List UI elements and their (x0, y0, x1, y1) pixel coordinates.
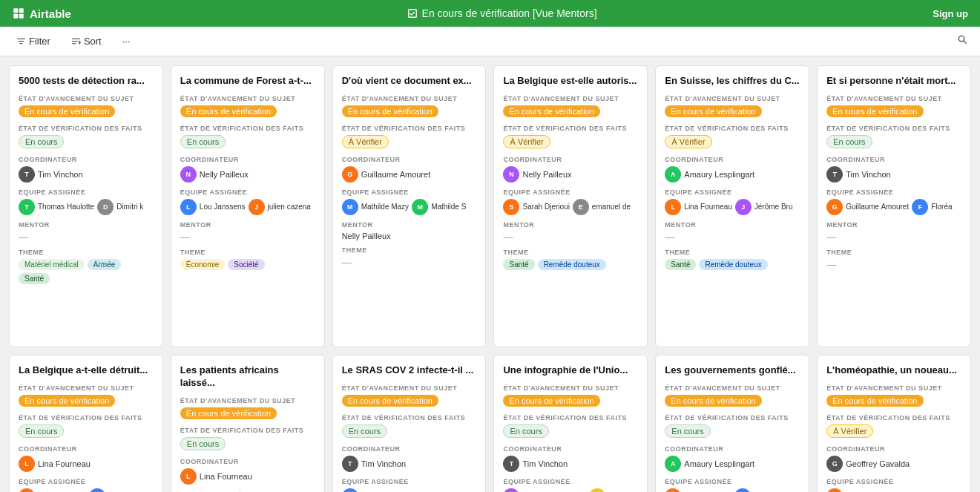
card-6[interactable]: La Belgique a-t-elle détruit... ÉTAT D'A… (9, 355, 163, 492)
etat-avancement-badge: En cours de vérification (665, 105, 761, 117)
coordinateur-avatar: T (19, 166, 35, 183)
coordinateur-label: COORDINATEUR (19, 445, 154, 453)
more-options-button[interactable]: ··· (118, 33, 135, 50)
sort-button[interactable]: Sort (67, 33, 106, 50)
etat-verification-badge: En cours (19, 135, 64, 148)
header: Airtable En cours de vérification [Vue M… (0, 0, 980, 27)
etat-avancement-label: ÉTAT D'AVANCEMENT DU SUJET (665, 384, 800, 392)
equipe-label: EQUIPE ASSIGNÉE (826, 478, 961, 485)
etat-avancement-badge: En cours de vérification (826, 395, 923, 407)
equipe-label: EQUIPE ASSIGNÉE (665, 188, 800, 196)
etat-avancement-label: ÉTAT D'AVANCEMENT DU SUJET (180, 397, 315, 404)
etat-verification-badge: À Vérifier (826, 424, 873, 438)
card-5[interactable]: Et si personne n'était mort... ÉTAT D'AV… (817, 65, 971, 347)
avatar: S (665, 488, 681, 492)
avatar: E (503, 488, 519, 492)
etat-verification-label: ÉTAT DE VÉRIFICATION DES FAITS (503, 414, 638, 422)
card-0[interactable]: 5000 tests de détection ra... ÉTAT D'AVA… (9, 65, 163, 347)
header-left: Airtable (12, 7, 71, 20)
etat-avancement-label: ÉTAT D'AVANCEMENT DU SUJET (665, 95, 800, 102)
svg-rect-0 (13, 8, 18, 13)
equipe-label: EQUIPE ASSIGNÉE (342, 188, 477, 196)
avatar: F (912, 199, 928, 215)
etat-verification-badge: En cours (342, 424, 387, 438)
theme-label: THEME (180, 249, 315, 256)
etat-verification-label: ÉTAT DE VÉRIFICATION DES FAITS (826, 125, 961, 132)
theme-label: THEME (342, 246, 477, 254)
team-member-name: Thomas Haulotte (38, 203, 94, 211)
coordinateur-name: Nelly Pailleux (522, 170, 571, 179)
mentor-label: MENTOR (19, 221, 154, 229)
coordinateur-label: COORDINATEUR (180, 156, 315, 163)
avatar: D (97, 199, 114, 215)
mentor-value: — (19, 232, 154, 243)
coordinateur-name: Nelly Pailleux (200, 170, 249, 179)
coordinateur-label: COORDINATEUR (665, 156, 800, 163)
card-9[interactable]: Une infographie de l'Unio... ÉTAT D'AVAN… (493, 355, 648, 492)
search-button[interactable] (957, 34, 968, 48)
card-10[interactable]: Les gouvernements gonflé... ÉTAT D'AVANC… (655, 355, 809, 492)
etat-avancement-label: ÉTAT D'AVANCEMENT DU SUJET (503, 95, 638, 102)
team-member-name: Mathilde Mazy (361, 203, 409, 211)
page-title: En cours de vérification [Vue Mentors] (422, 7, 597, 19)
app-logo-text: Airtable (30, 7, 71, 20)
card-4[interactable]: En Suisse, les chiffres du C... ÉTAT D'A… (655, 65, 809, 347)
etat-verification-label: ÉTAT DE VÉRIFICATION DES FAITS (180, 427, 315, 434)
card-title: Et si personne n'était mort... (826, 75, 961, 88)
etat-avancement-label: ÉTAT D'AVANCEMENT DU SUJET (180, 95, 315, 102)
coordinateur-name: Guillaume Amouret (361, 170, 431, 179)
equipe-label: EQUIPE ASSIGNÉE (826, 188, 961, 196)
coordinateur-row: T Tim Vinchon (19, 166, 154, 183)
mentor-value: — (826, 232, 961, 243)
coordinateur-name: Tim Vinchon (846, 170, 891, 179)
avatar: E (573, 199, 589, 215)
theme-badge: Santé (503, 259, 534, 270)
coordinateur-row: T Tim Vinchon (342, 456, 477, 472)
card-7[interactable]: Les patients africains laissé... ÉTAT D'… (171, 355, 325, 492)
sort-icon (71, 36, 81, 46)
signup-button[interactable]: Sign up (933, 8, 968, 19)
etat-avancement-badge: En cours de vérification (503, 395, 599, 407)
mentor-label: MENTOR (826, 221, 961, 229)
theme-empty: — (342, 257, 352, 268)
avatar: T (19, 199, 35, 215)
card-1[interactable]: La commune de Forest a-t-... ÉTAT D'AVAN… (171, 65, 325, 347)
mentor-label: MENTOR (342, 221, 477, 229)
etat-avancement-badge: En cours de vérification (342, 105, 438, 117)
etat-verification-label: ÉTAT DE VÉRIFICATION DES FAITS (665, 414, 800, 422)
avatar: E (342, 488, 358, 492)
etat-avancement-label: ÉTAT D'AVANCEMENT DU SUJET (503, 384, 638, 392)
coordinateur-name: Tim Vinchon (38, 170, 83, 179)
filter-button[interactable]: Filter (12, 33, 55, 50)
coordinateur-avatar: N (180, 166, 197, 183)
coordinateur-avatar: L (180, 468, 197, 485)
etat-verification-label: ÉTAT DE VÉRIFICATION DES FAITS (665, 125, 800, 132)
avatar: M (89, 488, 105, 492)
avatar: S (826, 488, 843, 492)
equipe-label: EQUIPE ASSIGNÉE (342, 478, 477, 485)
coordinateur-avatar: N (503, 166, 519, 183)
coordinateur-label: COORDINATEUR (826, 156, 961, 163)
coordinateur-row: L Lina Fourneau (19, 456, 154, 472)
card-11[interactable]: L'homéopathie, un noueau... ÉTAT D'AVANC… (817, 355, 971, 492)
card-title: La Belgique a-t-elle détruit... (19, 364, 154, 377)
team-member-name: Mathilde S (431, 203, 466, 211)
etat-verification-label: ÉTAT DE VÉRIFICATION DES FAITS (826, 414, 961, 422)
avatar: M (342, 199, 358, 215)
card-2[interactable]: D'où vient ce document ex... ÉTAT D'AVAN… (332, 65, 487, 347)
etat-verification-badge: En cours (180, 135, 226, 148)
theme-badge: Société (228, 259, 264, 270)
svg-rect-1 (19, 8, 24, 13)
coordinateur-label: COORDINATEUR (826, 445, 961, 453)
card-3[interactable]: La Belgique est-elle autoris... ÉTAT D'A… (493, 65, 648, 347)
theme-label: THEME (503, 249, 638, 256)
avatar: M (412, 199, 428, 215)
checklist-icon (407, 8, 418, 19)
coordinateur-avatar: A (665, 456, 681, 472)
card-title: La commune de Forest a-t-... (180, 75, 315, 88)
etat-avancement-label: ÉTAT D'AVANCEMENT DU SUJET (19, 384, 154, 392)
theme-badge: Santé (19, 273, 50, 284)
coordinateur-label: COORDINATEUR (180, 458, 315, 465)
svg-point-5 (958, 36, 964, 42)
card-8[interactable]: Le SRAS COV 2 infecte-t-il ... ÉTAT D'AV… (332, 355, 487, 492)
